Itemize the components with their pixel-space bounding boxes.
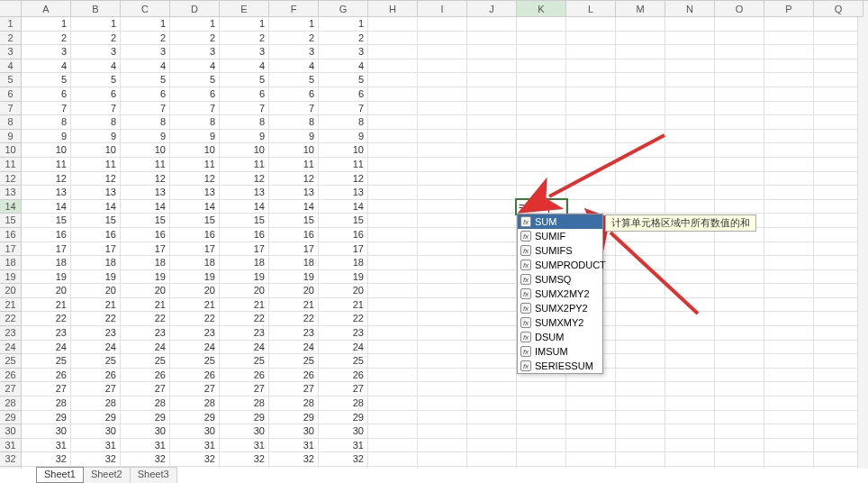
cell-i25[interactable]	[418, 354, 467, 369]
cell-p22[interactable]	[764, 312, 814, 326]
autocomplete-item-imsum[interactable]: fxIMSUM	[518, 344, 602, 359]
cell-k28[interactable]	[517, 396, 566, 411]
cell-a24[interactable]: 24	[22, 341, 71, 355]
cell-e24[interactable]: 24	[220, 341, 269, 355]
column-header-l[interactable]: L	[566, 1, 616, 17]
cell-j23[interactable]	[467, 326, 517, 341]
row-header-20[interactable]: 20	[0, 284, 22, 298]
column-header-j[interactable]: J	[467, 1, 517, 17]
cell-a16[interactable]: 16	[22, 228, 71, 242]
row-header-23[interactable]: 23	[0, 326, 22, 341]
cell-p16[interactable]	[764, 228, 814, 242]
cell-b26[interactable]: 26	[71, 369, 121, 383]
cell-j32[interactable]	[467, 452, 517, 467]
cell-b6[interactable]: 6	[71, 87, 121, 102]
cell-l3[interactable]	[566, 45, 616, 59]
cell-a9[interactable]: 9	[22, 130, 71, 144]
cell-c9[interactable]: 9	[121, 130, 170, 144]
cell-b3[interactable]: 3	[71, 45, 121, 59]
cell-j3[interactable]	[467, 45, 517, 59]
cell-g9[interactable]: 9	[319, 130, 368, 144]
cell-m13[interactable]	[616, 186, 665, 200]
cell-j10[interactable]	[467, 143, 517, 158]
cell-a26[interactable]: 26	[22, 369, 71, 383]
cell-o31[interactable]	[715, 439, 764, 453]
cell-j18[interactable]	[467, 256, 517, 270]
cell-h31[interactable]	[368, 439, 418, 453]
cell-f7[interactable]: 7	[269, 102, 319, 116]
cell-j15[interactable]	[467, 214, 517, 228]
cell-l33[interactable]	[566, 467, 616, 469]
sheet-tab-sheet3[interactable]: Sheet3	[130, 467, 177, 483]
cell-o8[interactable]	[715, 115, 764, 130]
cell-h24[interactable]	[368, 341, 418, 355]
cell-h2[interactable]	[368, 32, 418, 46]
cell-o13[interactable]	[715, 186, 764, 200]
row-header-12[interactable]: 12	[0, 172, 22, 187]
cell-q15[interactable]	[814, 214, 863, 228]
cell-n13[interactable]	[665, 186, 715, 200]
cell-a32[interactable]: 32	[22, 452, 71, 467]
cell-l31[interactable]	[566, 439, 616, 453]
cell-j29[interactable]	[467, 411, 517, 425]
cell-e11[interactable]: 11	[220, 158, 269, 172]
cell-a18[interactable]: 18	[22, 256, 71, 270]
cell-m6[interactable]	[616, 87, 665, 102]
cell-h30[interactable]	[368, 424, 418, 439]
row-header-4[interactable]: 4	[0, 59, 22, 74]
cell-g4[interactable]: 4	[319, 59, 368, 74]
cell-b23[interactable]: 23	[71, 326, 121, 341]
cell-d14[interactable]: 14	[170, 200, 220, 214]
cell-i27[interactable]	[418, 382, 467, 396]
column-header-g[interactable]: G	[319, 1, 368, 17]
column-header-n[interactable]: N	[665, 1, 715, 17]
cell-e13[interactable]: 13	[220, 186, 269, 200]
cell-d12[interactable]: 12	[170, 172, 220, 187]
cell-g23[interactable]: 23	[319, 326, 368, 341]
cell-k7[interactable]	[517, 102, 566, 116]
cell-f21[interactable]: 21	[269, 298, 319, 313]
cell-q24[interactable]	[814, 341, 863, 355]
cell-c26[interactable]: 26	[121, 369, 170, 383]
cell-b4[interactable]: 4	[71, 59, 121, 74]
cell-e20[interactable]: 20	[220, 284, 269, 298]
autocomplete-item-sumproduct[interactable]: fxSUMPRODUCT	[518, 258, 602, 272]
cell-b18[interactable]: 18	[71, 256, 121, 270]
cell-f2[interactable]: 2	[269, 32, 319, 46]
row-header-11[interactable]: 11	[0, 158, 22, 172]
cell-m27[interactable]	[616, 382, 665, 396]
cell-a5[interactable]: 5	[22, 73, 71, 87]
column-header-h[interactable]: H	[368, 1, 418, 17]
cell-e32[interactable]: 32	[220, 452, 269, 467]
cell-b16[interactable]: 16	[71, 228, 121, 242]
cell-h20[interactable]	[368, 284, 418, 298]
cell-q4[interactable]	[814, 59, 863, 74]
cell-g8[interactable]: 8	[319, 115, 368, 130]
cell-g19[interactable]: 19	[319, 270, 368, 285]
cell-q21[interactable]	[814, 298, 863, 313]
cell-q9[interactable]	[814, 130, 863, 144]
cell-e29[interactable]: 29	[220, 411, 269, 425]
cell-d25[interactable]: 25	[170, 354, 220, 369]
cell-n33[interactable]	[665, 467, 715, 469]
cell-h16[interactable]	[368, 228, 418, 242]
cell-c3[interactable]: 3	[121, 45, 170, 59]
cell-m1[interactable]	[616, 17, 665, 32]
row-header-19[interactable]: 19	[0, 270, 22, 285]
cell-f31[interactable]: 31	[269, 439, 319, 453]
cell-p32[interactable]	[764, 452, 814, 467]
cell-m3[interactable]	[616, 45, 665, 59]
cell-q3[interactable]	[814, 45, 863, 59]
cell-m20[interactable]	[616, 284, 665, 298]
cell-e9[interactable]: 9	[220, 130, 269, 144]
cell-i1[interactable]	[418, 17, 467, 32]
cell-n23[interactable]	[665, 326, 715, 341]
cell-f15[interactable]: 15	[269, 214, 319, 228]
cell-n5[interactable]	[665, 73, 715, 87]
cell-l1[interactable]	[566, 17, 616, 32]
cell-b24[interactable]: 24	[71, 341, 121, 355]
cell-p10[interactable]	[764, 143, 814, 158]
cell-q2[interactable]	[814, 32, 863, 46]
cell-a10[interactable]: 10	[22, 143, 71, 158]
cell-p5[interactable]	[764, 73, 814, 87]
